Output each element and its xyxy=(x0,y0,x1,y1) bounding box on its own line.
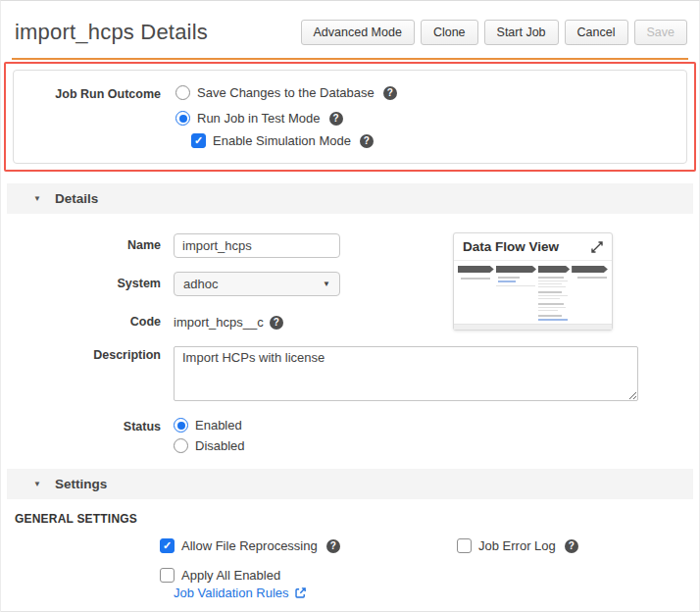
general-settings-title: GENERAL SETTINGS xyxy=(1,499,699,526)
status-label: Status xyxy=(1,418,161,434)
job-validation-rules-link[interactable]: Job Validation Rules xyxy=(174,586,289,600)
start-job-button[interactable]: Start Job xyxy=(484,20,559,45)
clone-button[interactable]: Clone xyxy=(421,20,478,45)
advanced-mode-button[interactable]: Advanced Mode xyxy=(301,20,415,45)
details-section-title: Details xyxy=(55,191,98,206)
code-value: import_hcps__c xyxy=(174,315,264,330)
description-field-row: Description Import HCPs with license xyxy=(1,346,699,404)
help-icon[interactable]: ? xyxy=(565,539,578,553)
settings-section-header[interactable]: ▼ Settings xyxy=(7,469,693,499)
status-enabled-option[interactable]: Enabled xyxy=(174,418,245,433)
allow-file-reprocessing-label: Allow File Reprocessing xyxy=(181,538,318,553)
external-link-icon[interactable] xyxy=(294,586,307,599)
simulation-mode-checkbox[interactable]: ✓ xyxy=(191,133,206,148)
checkmark-icon: ✓ xyxy=(163,540,172,551)
data-flow-view-title: Data Flow View xyxy=(463,239,559,254)
name-label: Name xyxy=(1,233,161,252)
checkmark-icon: ✓ xyxy=(194,135,203,146)
status-disabled-option[interactable]: Disabled xyxy=(174,438,245,453)
chevron-down-icon: ▼ xyxy=(323,280,330,288)
apply-all-enabled-label: Apply All Enabled xyxy=(181,568,280,583)
system-select[interactable]: adhoc ▼ xyxy=(174,272,340,296)
save-changes-option[interactable]: Save Changes to the Database ? xyxy=(175,85,397,100)
apply-all-enabled-option[interactable]: Apply All Enabled xyxy=(160,568,280,583)
allow-file-reprocessing-checkbox[interactable]: ✓ xyxy=(160,538,175,553)
job-error-log-option[interactable]: Job Error Log ? xyxy=(457,538,578,553)
system-select-value: adhoc xyxy=(183,277,218,291)
details-section-body: Name System adhoc ▼ Code import_hcps__c … xyxy=(1,214,699,453)
status-enabled-label: Enabled xyxy=(195,418,242,433)
status-disabled-radio[interactable] xyxy=(174,438,188,453)
flow-stage-banner xyxy=(458,266,494,273)
data-flow-view-header: Data Flow View xyxy=(454,233,612,261)
test-mode-radio[interactable] xyxy=(175,111,190,126)
settings-row-2: Apply All Enabled xyxy=(1,568,699,583)
job-error-log-checkbox[interactable] xyxy=(457,538,472,553)
help-icon[interactable]: ? xyxy=(270,316,283,330)
system-label: System xyxy=(1,272,161,290)
status-field-row: Status Enabled Disabled xyxy=(1,418,699,453)
test-mode-option[interactable]: Run Job in Test Mode ? xyxy=(175,111,397,126)
settings-row-1: ✓ Allow File Reprocessing ? Job Error Lo… xyxy=(1,538,699,553)
flow-stage-banner xyxy=(572,266,608,273)
save-changes-radio[interactable] xyxy=(175,85,190,100)
data-flow-thumbnail xyxy=(454,261,612,324)
apply-all-enabled-checkbox[interactable] xyxy=(160,568,175,583)
help-icon[interactable]: ? xyxy=(329,112,343,126)
save-button[interactable]: Save xyxy=(634,20,688,45)
header-divider xyxy=(12,58,688,60)
job-run-outcome-highlight: Job Run Outcome Save Changes to the Data… xyxy=(4,62,696,172)
help-icon[interactable]: ? xyxy=(383,86,397,100)
help-icon[interactable]: ? xyxy=(326,539,340,553)
page-header: import_hcps Details Advanced Mode Clone … xyxy=(1,1,699,58)
details-section-header[interactable]: ▼ Details xyxy=(7,183,693,214)
allow-file-reprocessing-option[interactable]: ✓ Allow File Reprocessing ? xyxy=(160,538,457,553)
job-run-outcome-options: Save Changes to the Database ? Run Job i… xyxy=(175,85,397,148)
settings-section-title: Settings xyxy=(55,477,107,491)
test-mode-label: Run Job in Test Mode xyxy=(197,111,321,126)
collapse-caret-icon[interactable]: ▼ xyxy=(33,194,41,203)
simulation-mode-option[interactable]: ✓ Enable Simulation Mode ? xyxy=(191,133,397,148)
data-flow-thumbnail-footer xyxy=(454,324,612,330)
cancel-button[interactable]: Cancel xyxy=(565,20,628,45)
description-label: Description xyxy=(1,346,161,362)
code-label: Code xyxy=(1,312,161,329)
help-icon[interactable]: ? xyxy=(360,134,374,148)
collapse-caret-icon[interactable]: ▼ xyxy=(33,480,41,488)
status-enabled-radio[interactable] xyxy=(174,418,188,433)
job-validation-rules-row: Job Validation Rules xyxy=(174,586,699,600)
description-textarea[interactable]: Import HCPs with license xyxy=(174,346,638,401)
flow-stage-banner xyxy=(538,266,570,273)
expand-icon[interactable] xyxy=(591,241,603,253)
simulation-mode-label: Enable Simulation Mode xyxy=(213,133,351,148)
data-flow-view-card: Data Flow View xyxy=(453,232,613,331)
job-run-outcome-label: Job Run Outcome xyxy=(29,85,161,148)
job-error-log-label: Job Error Log xyxy=(478,538,556,553)
name-input[interactable] xyxy=(174,233,340,258)
job-run-outcome-panel: Job Run Outcome Save Changes to the Data… xyxy=(13,70,687,164)
page-title: import_hcps Details xyxy=(15,20,208,45)
status-disabled-label: Disabled xyxy=(195,438,245,453)
header-actions: Advanced Mode Clone Start Job Cancel Sav… xyxy=(301,20,687,45)
job-details-page: { "header": { "title": "import_hcps Deta… xyxy=(0,0,700,612)
save-changes-label: Save Changes to the Database xyxy=(197,85,375,100)
flow-stage-banner xyxy=(496,266,536,273)
